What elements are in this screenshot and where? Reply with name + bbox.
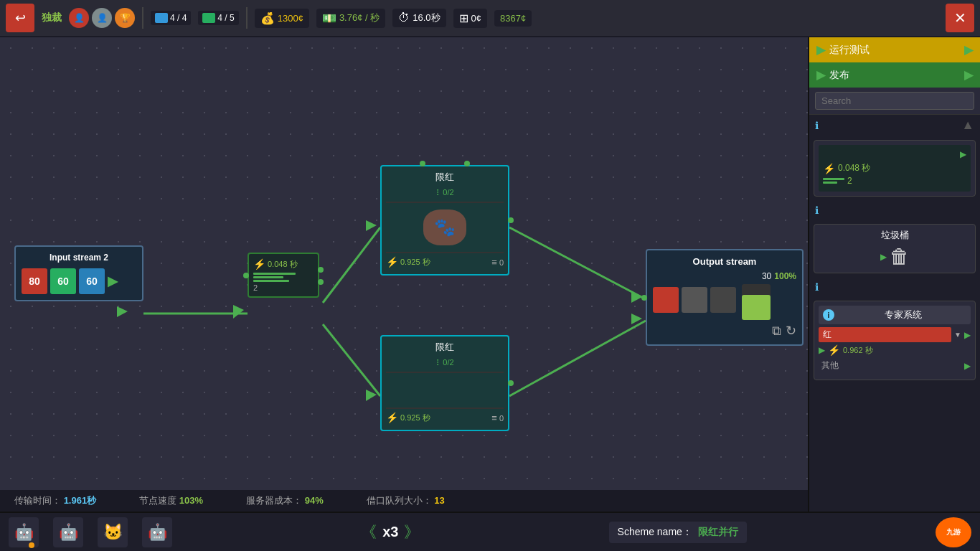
counter1-box: 4 / 4 [151, 11, 191, 25]
trash-play-row: ▶ 🗑 [819, 245, 971, 268]
expert-other-arrow[interactable]: ▶ [964, 361, 971, 371]
svg-marker-5 [233, 305, 244, 319]
filter-bottom-speed: ⚡ 0.925 秒 ≡ 0 [386, 412, 504, 423]
bottom-right: 九游 [936, 517, 971, 547]
expert-info-badge[interactable]: i [823, 309, 834, 321]
timer-stat: ⏱ 16.0秒 [392, 9, 446, 27]
total-stat: 8367¢ [494, 10, 532, 27]
filter-bottom-body [386, 376, 504, 405]
right-panel: ▶ 运行测试 ▶ ▶ 发布 ▶ ℹ ▲ ▶ ⚡ 0.048 秒 [808, 37, 980, 512]
back-icon: ↩ [15, 10, 26, 26]
jiuyou-logo: 九游 [936, 517, 971, 547]
back-button[interactable]: ↩ [6, 4, 34, 32]
filter-top-counter: ⫶ 0/2 [386, 187, 504, 197]
svg-marker-10 [117, 306, 128, 317]
counter2-box: 4 / 5 [198, 11, 238, 25]
transfer-val: 1.961秒 [64, 495, 97, 506]
scheme-label: Scheme name： [618, 526, 692, 539]
counter1-icon [155, 13, 168, 23]
panel-info-row-3: ℹ [809, 278, 980, 296]
avatar-1: 👤 [69, 8, 89, 28]
expert-expand-arrow[interactable]: ▶ [964, 330, 971, 340]
output-content [653, 284, 796, 320]
filter-bottom-title: 限红 [386, 341, 504, 354]
scheme-box: Scheme name： 限红并行 [609, 522, 747, 543]
output-items [653, 287, 736, 313]
filter-top-right-conn [508, 217, 514, 223]
scheme-val: 限红并行 [698, 526, 738, 539]
counter1-val: 4 / 4 [170, 13, 187, 23]
output-icons: ⧉ ↻ [653, 323, 796, 339]
grid-icon: ⊞ [459, 11, 468, 25]
run-test-button[interactable]: ▶ 运行测试 ▶ [809, 37, 980, 62]
svg-line-2 [323, 324, 380, 396]
exit-icon: ✕ [954, 9, 966, 27]
svg-line-4 [509, 321, 646, 396]
output-title: Output stream [653, 256, 796, 267]
node1-play-btn[interactable]: ▶ [960, 149, 966, 159]
x-left-arrow[interactable]: 《 [361, 522, 377, 543]
filter-top-title: 限红 [386, 171, 504, 184]
transfer-stat: 传输时间： 1.961秒 [14, 494, 96, 507]
gold-stat: 💰 1300¢ [255, 9, 309, 28]
out-item-red [653, 287, 679, 313]
search-input[interactable] [815, 92, 974, 110]
info-icon-2[interactable]: ℹ [815, 204, 819, 216]
input-items: 80 60 60 ▶ [22, 268, 136, 294]
refresh-icon: ↻ [786, 323, 796, 339]
status-bar: 传输时间： 1.961秒 节点速度 103% 服务器成本： 94% 借口队列大小… [0, 490, 808, 512]
expert-section: i 专家系统 红 ▼ ▶ ▶ ⚡ 0.962 秒 其他 ▶ [814, 301, 976, 380]
mode-label: 独裁 [42, 11, 62, 24]
expert-speed-row: ▶ ⚡ 0.962 秒 [819, 344, 971, 356]
run-test-left-arrow: ▶ [816, 43, 825, 57]
avatar-2: 👤 [92, 8, 112, 28]
input-arrow: ▶ [108, 273, 118, 289]
item-green: 60 [50, 268, 76, 294]
trash-icon: 🗑 [890, 245, 910, 268]
output-bar-row: 30 100% [653, 271, 796, 281]
item-red: 80 [22, 268, 47, 294]
zero-stat: ⊞ 0¢ [453, 9, 487, 28]
input-stream-node: Input stream 2 80 60 60 ▶ [14, 245, 143, 301]
divider-1 [142, 7, 143, 29]
avatar-bot-3[interactable]: 🐱 [98, 517, 128, 547]
expert-speed: 0.962 秒 [843, 345, 873, 356]
x-right-arrow[interactable]: 》 [404, 522, 420, 543]
expert-dropdown-icon[interactable]: ▼ [954, 331, 961, 339]
trash-play-icon[interactable]: ▶ [880, 252, 887, 262]
panel-info-row: ℹ ▲ [809, 115, 980, 136]
output-num: 30 [762, 271, 771, 281]
gold-icon: 💰 [260, 11, 275, 25]
server-val: 94% [305, 495, 324, 506]
filter-top-zero: ≡ 0 [491, 257, 504, 268]
run-test-right-arrow: ▶ [964, 43, 973, 57]
trash-section: 垃圾桶 ▶ 🗑 [814, 224, 976, 273]
svg-marker-9 [631, 314, 642, 324]
publish-label: 发布 [829, 69, 849, 82]
expert-play-icon[interactable]: ▶ [819, 345, 825, 355]
info-icon-3[interactable]: ℹ [815, 281, 819, 293]
output-bar-fill [742, 295, 771, 320]
item-blue: 60 [79, 268, 105, 294]
filter-bottom-zero: ≡ 0 [491, 413, 504, 423]
output-stream-node: Output stream 30 100% ⧉ ↻ [646, 249, 804, 346]
avatar-bot-2[interactable]: 🤖 [53, 517, 83, 547]
filter-top-speed: ⚡ 0.925 秒 ≡ 0 [386, 256, 504, 268]
speed-val: 103% [179, 495, 203, 506]
avatar-bot-1[interactable]: 🤖 [9, 517, 39, 547]
avatar-bot-4[interactable]: 🤖 [142, 517, 172, 547]
filter-top-in-conn [420, 161, 425, 166]
exit-button[interactable]: ✕ [946, 4, 974, 32]
publish-button[interactable]: ▶ 发布 ▶ [809, 62, 980, 88]
proc-speed: ⚡ 0.048 秒 [253, 258, 314, 270]
expert-tag-row: 红 ▼ ▶ [819, 327, 971, 342]
node1-lines: 2 [847, 176, 852, 186]
node-card-1: ▶ ⚡ 0.048 秒 2 [814, 140, 976, 197]
out-item-gray1 [682, 287, 707, 313]
proc-bottom-connector [318, 279, 324, 285]
scroll-up-icon[interactable]: ▲ [961, 118, 974, 133]
filter-bottom-counter: ⫶ 0/2 [386, 357, 504, 367]
bottombar: 🤖 🤖 🐱 🤖 《 x3 》 Scheme name： 限红并行 九游 [0, 512, 980, 551]
layers-icon: ⧉ [772, 324, 781, 339]
info-icon-1[interactable]: ℹ [815, 120, 819, 131]
